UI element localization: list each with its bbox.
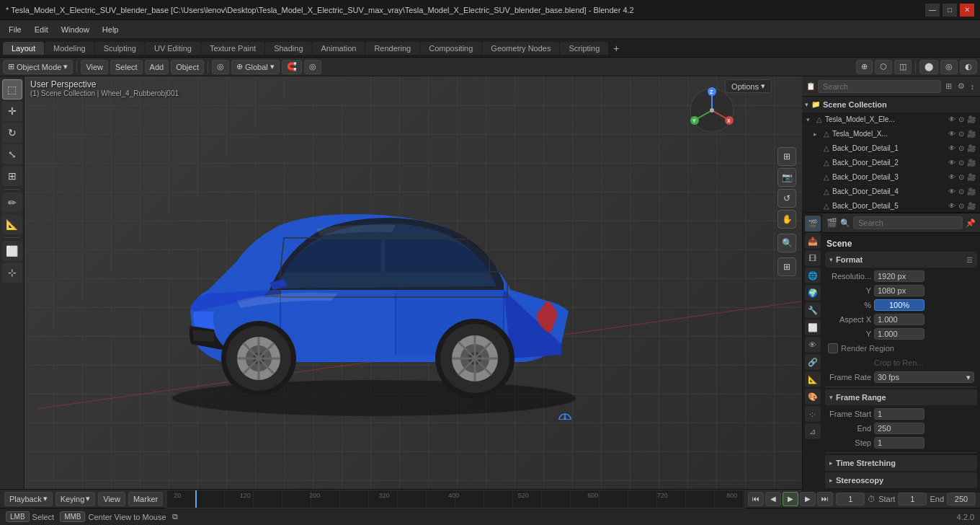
scene-props-btn[interactable]: 🌐 [805,268,821,283]
item-vis-4[interactable]: 👁 [948,173,956,181]
object-menu[interactable]: Object [171,60,204,74]
outliner-item-5[interactable]: △ Back_Door_Detail_4 👁 ⊙ 🎥 [809,185,980,199]
zoom-extents-button[interactable]: ⊞ [778,147,796,166]
format-menu-icon[interactable]: ☰ [966,256,973,264]
constraints-btn[interactable]: 🔗 [805,354,821,370]
item-sel-4[interactable]: ⊙ [958,173,964,181]
timeline-view-menu[interactable]: View [98,492,125,506]
transform-pivot[interactable]: ◎ [212,60,229,74]
current-frame-input[interactable] [836,493,865,506]
item-sel-0[interactable]: ⊙ [958,115,964,123]
item-vis-3[interactable]: 👁 [948,159,956,167]
move-tool[interactable]: ✛ [2,101,22,121]
item-sel-3[interactable]: ⊙ [958,159,964,167]
modifiers-btn[interactable]: ⬜ [805,319,821,335]
view-layer-props-btn[interactable]: 🎞 [805,250,821,266]
frame-step-value[interactable]: 1 [874,437,925,449]
item-sel-5[interactable]: ⊙ [958,188,964,195]
aspect-x-value[interactable]: 1.000 [874,314,925,325]
item-vis-6[interactable]: 👁 [948,202,956,210]
menu-window[interactable]: Window [55,24,95,35]
item-ren-4[interactable]: 🎥 [967,173,976,181]
outliner-item-1[interactable]: ▸ △ Tesla_Model_X... 👁 ⊙ 🎥 [809,127,980,141]
outliner-item-6[interactable]: △ Back_Door_Detail_5 👁 ⊙ 🎥 [809,199,980,212]
proportional-edit[interactable]: ◎ [304,60,321,74]
outliner-item-4[interactable]: △ Back_Door_Detail_3 👁 ⊙ 🎥 [809,170,980,185]
menu-edit[interactable]: Edit [29,24,54,35]
time-stretching-section-header[interactable]: ▸ Time Stretching [825,455,977,471]
end-frame-input[interactable] [947,493,976,506]
particles-btn[interactable]: ·:· [805,406,821,422]
outliner-item-0[interactable]: ▾ △ Tesla_Model_X_Ele... 👁 ⊙ 🎥 [802,112,980,127]
tab-modeling[interactable]: Modeling [45,42,94,55]
transform-orientation[interactable]: ⊕ Global ▾ [231,60,280,74]
res-pct-value[interactable]: 100% [874,299,925,311]
overlay-toggle[interactable]: ⬡ [875,60,892,74]
outliner-filter-icon[interactable]: ⊞ [944,81,953,92]
item-ren-6[interactable]: 🎥 [967,202,976,210]
maximize-button[interactable]: □ [943,4,957,17]
select-tool[interactable]: ⬚ [2,79,22,100]
aspect-y-value[interactable]: 1.000 [874,328,925,340]
viewport[interactable]: User Perspective (1) Scene Collection | … [24,76,802,489]
outliner-sort-icon[interactable]: ↕ [969,81,976,92]
outliner-item-3[interactable]: △ Back_Door_Detail_2 👁 ⊙ 🎥 [809,156,980,170]
workspace-add-button[interactable]: + [609,41,623,56]
timeline-scrubber[interactable]: 20 120 200 320 400 520 600 720 800 [166,490,745,508]
transform-tool[interactable]: ⊞ [2,166,22,186]
cursor-tool[interactable]: ⊹ [2,262,22,283]
tab-sculpting[interactable]: Sculpting [95,42,145,55]
camera-pan-button[interactable]: ✋ [778,210,796,229]
frame-end-value[interactable]: 250 [874,423,925,434]
rotate-tool[interactable]: ↻ [2,123,22,143]
overlay-collections[interactable]: ⊞ [778,257,796,276]
item-sel-1[interactable]: ⊙ [958,130,964,138]
add-menu[interactable]: Add [145,60,169,74]
tab-scripting[interactable]: Scripting [560,42,608,55]
keying-menu[interactable]: Keying ▾ [55,492,96,506]
render-shading[interactable]: ◐ [960,60,977,74]
navigation-gizmo[interactable]: Z X Y [687,85,737,136]
play-button[interactable]: ▶ [783,492,798,506]
tab-layout[interactable]: Layout [3,42,44,55]
frame-range-section-header[interactable]: ▾ Frame Range [825,389,977,405]
gizmo-toggle[interactable]: ⊕ [856,60,873,74]
res-x-value[interactable]: 1920 px [874,270,925,282]
res-y-value[interactable]: 1080 px [874,285,925,296]
add-cube-tool[interactable]: ⬜ [2,241,22,261]
jump-end-button[interactable]: ⏭ [817,492,833,506]
item-ren-1[interactable]: 🎥 [967,130,976,138]
tab-compositing[interactable]: Compositing [420,42,481,55]
item-sel-2[interactable]: ⊙ [958,144,964,152]
pin-icon[interactable]: 📌 [966,219,976,228]
render-region-checkbox[interactable] [828,343,838,353]
tab-texture-paint[interactable]: Texture Paint [201,42,264,55]
item-ren-3[interactable]: 🎥 [967,159,976,167]
material-props-btn[interactable]: 🎨 [805,389,821,405]
format-section-header[interactable]: ▾ Format ☰ [825,252,977,268]
material-shading[interactable]: ◎ [940,60,958,74]
item-sel-6[interactable]: ⊙ [958,202,964,210]
output-props-btn[interactable]: 📤 [805,233,821,249]
camera-perspective-button[interactable]: 📷 [778,168,796,187]
data-props-btn[interactable]: 📐 [805,371,821,387]
item-vis-0[interactable]: 👁 [948,115,956,123]
physics-btn[interactable]: ⊿ [805,423,821,439]
item-vis-5[interactable]: 👁 [948,188,956,195]
scale-tool[interactable]: ⤡ [2,144,22,164]
playback-menu[interactable]: Playback ▾ [4,492,53,506]
object-props-btn[interactable]: 🔧 [805,302,821,318]
viewport-props-btn[interactable]: 👁 [805,337,821,353]
select-menu[interactable]: Select [110,60,143,74]
tab-animation[interactable]: Animation [313,42,365,55]
item-vis-2[interactable]: 👁 [948,144,956,152]
prev-frame-button[interactable]: ◀ [765,492,781,506]
frame-start-value[interactable]: 1 [874,408,925,420]
next-frame-button[interactable]: ▶ [800,492,816,506]
tab-geometry-nodes[interactable]: Geometry Nodes [482,42,559,55]
measure-tool[interactable]: 📐 [2,214,22,234]
stereoscopy-section-header[interactable]: ▸ Stereoscopy [825,472,977,488]
xray-toggle[interactable]: ◫ [894,60,912,74]
minimize-button[interactable]: — [925,4,940,17]
marker-menu[interactable]: Marker [128,492,163,506]
